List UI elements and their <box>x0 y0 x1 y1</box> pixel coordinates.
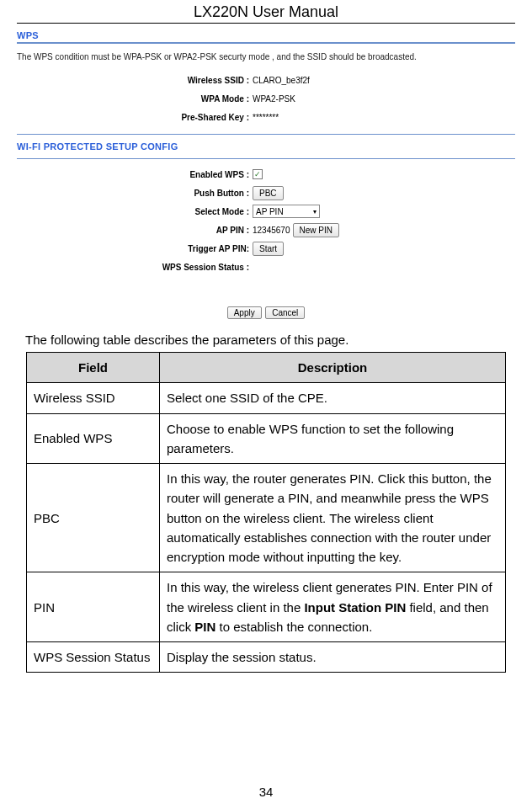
desc-cell: Choose to enable WPS function to set the… <box>160 413 506 464</box>
wpa-mode-label: WPA Mode : <box>17 94 253 104</box>
wps-condition-text: The WPS condition must be WPA-PSK or WPA… <box>17 52 515 61</box>
ssid-label: Wireless SSID : <box>17 76 253 85</box>
enabled-wps-checkbox[interactable]: ✓ <box>253 169 263 179</box>
table-row: Wireless SSID Select one SSID of the CPE… <box>27 383 506 413</box>
divider <box>17 134 515 135</box>
field-cell: Enabled WPS <box>27 413 160 464</box>
table-row: PBC In this way, the router generates PI… <box>27 464 506 572</box>
table-row: WPS Session Status Display the session s… <box>27 642 506 673</box>
section-config-title: WI-FI PROTECTED SETUP CONFIG <box>17 141 515 152</box>
divider <box>17 158 515 159</box>
start-button[interactable]: Start <box>253 242 284 256</box>
page-number: 34 <box>0 785 532 799</box>
page-title: LX220N User Manual <box>17 0 515 24</box>
desc-cell: Display the session status. <box>160 642 506 673</box>
trigger-ap-pin-label: Trigger AP PIN: <box>17 244 253 253</box>
psk-label: Pre-Shared Key : <box>17 113 253 122</box>
select-mode-label: Select Mode : <box>17 207 253 216</box>
table-intro: The following table describes the parame… <box>25 333 515 347</box>
section-wps-title: WPS <box>17 30 515 40</box>
config-block: Enabled WPS : ✓ Push Button : PBC Select… <box>17 166 515 275</box>
ap-pin-value: 12345670 <box>253 226 290 235</box>
new-pin-button[interactable]: New PIN <box>293 223 339 237</box>
enabled-wps-label: Enabled WPS : <box>17 170 253 179</box>
desc-cell: In this way, the router generates PIN. C… <box>160 464 506 572</box>
col-field: Field <box>27 353 160 383</box>
desc-cell: Select one SSID of the CPE. <box>160 383 506 413</box>
table-row: PIN In this way, the wireless client gen… <box>27 572 506 642</box>
ap-pin-label: AP PIN : <box>17 226 253 235</box>
wpa-mode-value: WPA2-PSK <box>253 94 295 104</box>
field-cell: PBC <box>27 464 160 572</box>
field-cell: PIN <box>27 572 160 642</box>
col-description: Description <box>160 353 506 383</box>
pbc-button[interactable]: PBC <box>253 186 284 200</box>
field-cell: Wireless SSID <box>27 383 160 413</box>
session-status-label: WPS Session Status : <box>17 263 253 272</box>
ssid-value: CLARO_be3f2f <box>253 76 310 85</box>
push-button-label: Push Button : <box>17 189 253 198</box>
parameters-table: Field Description Wireless SSID Select o… <box>26 352 506 673</box>
select-mode-dropdown[interactable]: AP PIN <box>253 205 320 218</box>
table-row: Enabled WPS Choose to enable WPS functio… <box>27 413 506 464</box>
apply-button[interactable]: Apply <box>227 306 262 319</box>
wps-info-block: Wireless SSID : CLARO_be3f2f WPA Mode : … <box>17 72 515 125</box>
cancel-button[interactable]: Cancel <box>265 306 305 319</box>
desc-cell: In this way, the wireless client generat… <box>160 572 506 642</box>
psk-value: ******** <box>253 113 279 122</box>
divider <box>17 42 515 44</box>
field-cell: WPS Session Status <box>27 642 160 673</box>
